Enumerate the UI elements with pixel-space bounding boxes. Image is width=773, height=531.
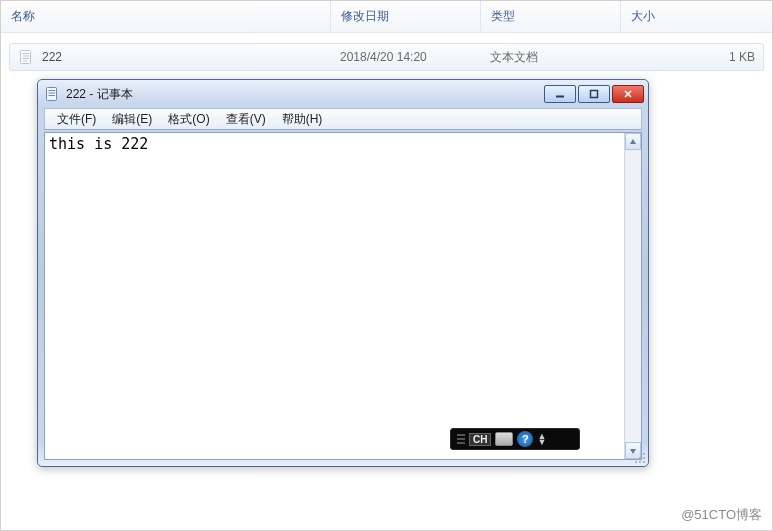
menu-file[interactable]: 文件(F): [49, 109, 104, 130]
svg-rect-0: [21, 51, 31, 64]
column-header-size[interactable]: 大小: [621, 1, 772, 32]
svg-point-15: [643, 453, 645, 455]
ime-toolbar[interactable]: CH ? ▲▼: [450, 428, 580, 450]
keyboard-icon[interactable]: [495, 432, 513, 446]
editor-area: [44, 132, 642, 460]
minimize-button[interactable]: [544, 85, 576, 103]
svg-point-18: [643, 461, 645, 463]
vertical-scrollbar[interactable]: [624, 133, 641, 459]
ime-help-icon[interactable]: ?: [517, 431, 533, 447]
file-size: 1 KB: [729, 50, 755, 64]
titlebar[interactable]: 222 - 记事本: [38, 80, 648, 108]
column-header-type[interactable]: 类型: [481, 1, 621, 32]
svg-point-16: [643, 457, 645, 459]
svg-point-19: [639, 461, 641, 463]
menu-format[interactable]: 格式(O): [160, 109, 217, 130]
file-name: 222: [42, 50, 62, 64]
column-header-label: 类型: [491, 8, 515, 25]
svg-marker-13: [630, 139, 636, 144]
file-date: 2018/4/20 14:20: [340, 50, 427, 64]
notepad-icon: [44, 86, 60, 102]
scroll-up-button[interactable]: [625, 133, 641, 150]
menu-edit[interactable]: 编辑(E): [104, 109, 160, 130]
ime-drag-handle-icon[interactable]: [457, 434, 465, 444]
menubar: 文件(F) 编辑(E) 格式(O) 查看(V) 帮助(H): [44, 108, 642, 130]
svg-rect-5: [47, 88, 57, 101]
watermark: @51CTO博客: [681, 506, 762, 524]
ime-language-indicator[interactable]: CH: [469, 433, 491, 446]
svg-marker-14: [630, 449, 636, 454]
menu-view[interactable]: 查看(V): [218, 109, 274, 130]
text-file-icon: [18, 49, 34, 65]
column-header-label: 修改日期: [341, 8, 389, 25]
maximize-button[interactable]: [578, 85, 610, 103]
text-editor[interactable]: [45, 133, 624, 459]
svg-point-20: [635, 461, 637, 463]
column-header-date[interactable]: 修改日期: [331, 1, 481, 32]
ime-options-icon[interactable]: ▲▼: [537, 433, 544, 445]
menu-help[interactable]: 帮助(H): [274, 109, 331, 130]
close-button[interactable]: [612, 85, 644, 103]
scroll-down-button[interactable]: [625, 442, 641, 459]
file-row[interactable]: 222 2018/4/20 14:20 文本文档 1 KB: [9, 43, 764, 71]
notepad-window: 222 - 记事本 文件(F) 编辑(E) 格式(O) 查看(V) 帮助(H): [37, 79, 649, 467]
file-type: 文本文档: [490, 49, 538, 66]
column-header-label: 大小: [631, 8, 655, 25]
column-header-name[interactable]: 名称: [1, 1, 331, 32]
column-header-label: 名称: [11, 8, 35, 25]
window-title: 222 - 记事本: [66, 86, 544, 103]
explorer-column-headers: 名称 修改日期 类型 大小: [1, 1, 772, 33]
svg-rect-10: [591, 91, 598, 98]
